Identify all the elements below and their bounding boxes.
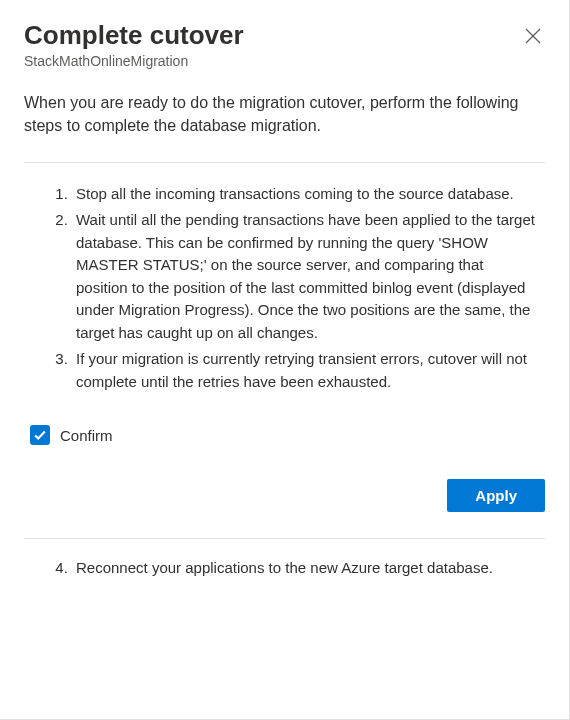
close-button[interactable] <box>521 24 545 48</box>
intro-text: When you are ready to do the migration c… <box>24 91 545 137</box>
panel-subtitle: StackMathOnlineMigration <box>24 53 545 69</box>
steps-list-top: Stop all the incoming transactions comin… <box>24 183 545 394</box>
apply-button[interactable]: Apply <box>447 479 545 512</box>
cutover-panel: Complete cutover StackMathOnlineMigratio… <box>0 0 569 600</box>
button-row: Apply <box>24 479 545 512</box>
steps-list-bottom: Reconnect your applications to the new A… <box>24 557 545 580</box>
divider <box>24 538 545 539</box>
confirm-row: Confirm <box>24 425 545 445</box>
divider <box>24 162 545 163</box>
confirm-label: Confirm <box>60 427 113 444</box>
step-item: Reconnect your applications to the new A… <box>72 557 535 580</box>
check-icon <box>33 428 47 442</box>
panel-title: Complete cutover <box>24 20 244 51</box>
step-item: Wait until all the pending transactions … <box>72 209 535 344</box>
panel-header: Complete cutover <box>24 20 545 51</box>
confirm-checkbox[interactable] <box>30 425 50 445</box>
step-item: If your migration is currently retrying … <box>72 348 535 393</box>
step-item: Stop all the incoming transactions comin… <box>72 183 535 206</box>
close-icon <box>525 28 541 44</box>
